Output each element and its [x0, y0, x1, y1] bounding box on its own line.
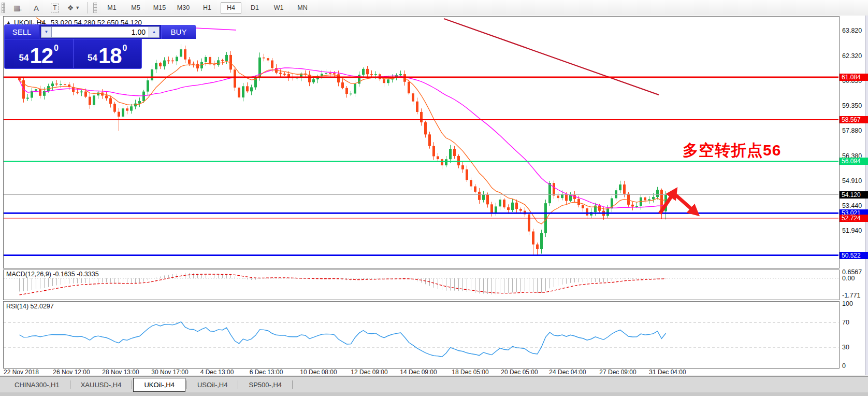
price-level-label: 50.522 — [840, 252, 868, 259]
ask-price-sup: 0 — [123, 44, 127, 53]
current-price-label: 54.120 — [840, 191, 868, 199]
mt4-terminal-window: ▦F A T ❖▼ M1M5M15M30H1H4D1W1MN ▲UKOil-,H… — [0, 0, 868, 396]
bid-price-button[interactable]: 54120 — [5, 39, 73, 68]
chart-annotation-text: 多空转折点56 — [683, 140, 781, 161]
time-axis-label: 24 Dec 04:00 — [544, 369, 591, 376]
timeframe-button-h4[interactable]: H4 — [221, 2, 241, 14]
tab-separator — [292, 380, 293, 389]
chart-tab-usoilh4[interactable]: USOil-,H4 — [188, 379, 237, 391]
timeframe-button-m15[interactable]: M15 — [149, 2, 170, 14]
price-tick-label: 54.910 — [842, 177, 868, 185]
price-tick-label: 62.320 — [842, 52, 868, 60]
cursor-tool-icon[interactable]: A — [29, 2, 44, 14]
time-axis-label: 10 Dec 08:00 — [295, 369, 342, 376]
bid-price-small: 54 — [19, 53, 28, 63]
timeframe-button-w1[interactable]: W1 — [268, 2, 289, 14]
rsi-axis-label: 0 — [842, 362, 868, 370]
sell-button[interactable]: SELL — [5, 25, 39, 39]
chart-tab-sp500h4[interactable]: SP500-,H4 — [239, 379, 291, 391]
time-axis-label: 30 Nov 17:00 — [147, 369, 193, 376]
timeframe-button-h1[interactable]: H1 — [197, 2, 218, 14]
time-axis-label: 12 Dec 09:00 — [346, 369, 393, 376]
tab-separator — [132, 380, 132, 389]
time-axis-label: 27 Dec 09:00 — [595, 369, 641, 376]
chevron-down-icon: ▼ — [75, 5, 80, 10]
macd-axis-label: 0.00 — [842, 275, 868, 282]
price-tick-label: 63.820 — [842, 27, 868, 35]
timeframe-button-m1[interactable]: M1 — [102, 2, 122, 14]
price-tick-label: 57.880 — [842, 127, 868, 135]
time-axis-label: 20 Dec 05:00 — [496, 369, 543, 376]
shapes-tool-icon[interactable]: ❖▼ — [66, 2, 81, 14]
price-level-label: 61.084 — [840, 74, 868, 81]
window-bottom-strip — [0, 392, 868, 396]
price-tick-label: 59.350 — [842, 102, 868, 110]
macd-panel-frame — [4, 270, 840, 300]
price-level-label: 52.724 — [840, 215, 868, 222]
ask-price-button[interactable]: 54180 — [73, 39, 142, 68]
rsi-axis-label: 30 — [842, 344, 868, 351]
toolbar-grip-2[interactable] — [93, 3, 97, 13]
volume-increase-button[interactable]: ▲ — [149, 26, 160, 38]
toolbar-grip[interactable] — [2, 3, 5, 13]
text-tool-icon[interactable]: T — [48, 2, 62, 14]
volume-control: ▼ ▲ — [39, 25, 161, 39]
time-axis-label: 14 Dec 09:00 — [395, 369, 442, 376]
chart-tab-xauusdh4[interactable]: XAUUSD-,H4 — [71, 379, 131, 391]
rsi-indicator-label: RSI(14) 52.0297 — [6, 303, 54, 310]
bid-price-sup: 0 — [54, 44, 59, 53]
time-axis-label: 6 Dec 13:00 — [243, 369, 290, 376]
time-axis-label: 28 Nov 13:00 — [97, 369, 144, 376]
time-axis-label: 22 Nov 2018 — [0, 369, 45, 376]
volume-decrease-button[interactable]: ▼ — [41, 26, 52, 38]
macd-axis-label: -1.771 — [842, 292, 868, 299]
price-level-label: 56.094 — [840, 158, 868, 165]
rsi-panel-frame — [4, 302, 840, 369]
chart-tab-china300h1[interactable]: CHINA300-,H1 — [5, 379, 69, 391]
rsi-axis-label: 70 — [842, 319, 868, 326]
chart-tab-ukoilh4[interactable]: UKOil-,H4 — [133, 378, 185, 392]
timeframe-button-m30[interactable]: M30 — [173, 2, 194, 14]
ask-price-big: 18 — [98, 47, 122, 65]
top-toolbar: ▦F A T ❖▼ M1M5M15M30H1H4D1W1MN — [0, 0, 868, 16]
one-click-trade-panel: SELL ▼ ▲ BUY 54120 54180 — [4, 24, 142, 69]
time-axis-label: 4 Dec 13:00 — [194, 369, 240, 376]
price-chart-canvas[interactable] — [0, 16, 868, 375]
price-tick-label: 53.440 — [842, 202, 868, 210]
bid-price-big: 12 — [30, 47, 53, 65]
timeframe-button-d1[interactable]: D1 — [244, 2, 265, 14]
time-axis-label: 18 Dec 05:00 — [447, 369, 494, 376]
ask-price-small: 54 — [88, 53, 97, 63]
timeframe-button-m5[interactable]: M5 — [125, 2, 146, 14]
chart-profile-icon[interactable]: ▦F — [10, 2, 25, 14]
volume-input[interactable] — [52, 26, 149, 38]
buy-button[interactable]: BUY — [161, 25, 196, 39]
toolbar-separator — [87, 2, 88, 13]
rsi-axis-label: 100 — [842, 300, 868, 307]
timeframe-button-group: M1M5M15M30H1H4D1W1MN — [100, 2, 314, 14]
price-level-label: 58.567 — [840, 116, 868, 123]
time-axis-label: 31 Dec 04:00 — [644, 369, 691, 376]
macd-indicator-label: MACD(12,26,9) -0.1635 -0.3335 — [6, 271, 99, 278]
chart-tabs-bar: CHINA300-,H1XAUUSD-,H4UKOil-,H4USOil-,H4… — [0, 376, 868, 392]
price-tick-label: 51.940 — [842, 227, 868, 235]
tab-separator — [186, 380, 187, 389]
timeframe-button-mn[interactable]: MN — [292, 2, 313, 14]
tab-separator — [70, 380, 70, 389]
time-axis-label: 26 Nov 12:00 — [48, 369, 95, 376]
tab-separator — [238, 380, 238, 389]
